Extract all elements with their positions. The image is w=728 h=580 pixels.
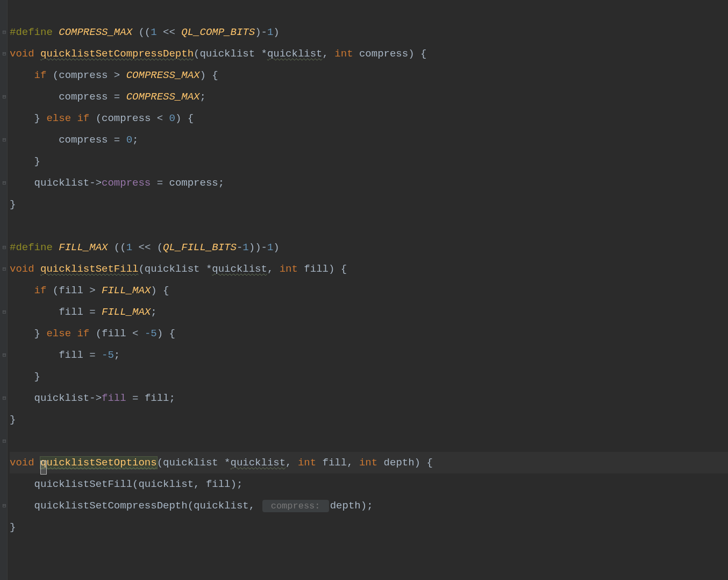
- code-line[interactable]: if (fill > FILL_MAX) {: [10, 280, 728, 301]
- whitespace: [34, 48, 40, 60]
- fold-marker-icon[interactable]: ⊟: [2, 395, 7, 401]
- fold-marker-icon[interactable]: ⊟: [2, 51, 7, 56]
- code-line[interactable]: void quicklistSetFill(quicklist *quickli…: [10, 258, 728, 280]
- code-line[interactable]: if (compress > COMPRESS_MAX) {: [10, 65, 728, 86]
- fold-marker-icon[interactable]: ⊟: [2, 137, 7, 143]
- macro-name: FILL_MAX: [59, 242, 108, 253]
- code-line[interactable]: compress = 0;: [10, 129, 728, 151]
- code-text: ) {: [408, 48, 426, 60]
- variable: quicklist: [34, 392, 90, 404]
- code-line[interactable]: compress = COMPRESS_MAX;: [10, 86, 728, 108]
- keyword: else: [46, 112, 71, 124]
- whitespace: [53, 26, 59, 38]
- brace: }: [34, 328, 40, 339]
- code-line[interactable]: fill = FILL_MAX;: [10, 301, 728, 323]
- brace: }: [34, 112, 40, 124]
- code-text: (: [157, 457, 163, 469]
- function-name: quicklistSetFill: [40, 263, 138, 275]
- brace: }: [10, 414, 16, 426]
- indent: [10, 306, 59, 318]
- indent: [10, 155, 34, 167]
- indent: [10, 500, 34, 512]
- whitespace: [71, 328, 77, 339]
- fold-marker-icon[interactable]: ⊟: [2, 180, 7, 186]
- variable: compress: [59, 91, 108, 103]
- code-text: ): [273, 242, 279, 253]
- keyword: void: [10, 48, 34, 60]
- code-line[interactable]: } else if (compress < 0) {: [10, 108, 728, 129]
- code-line[interactable]: #define COMPRESS_MAX ((1 << QL_COMP_BITS…: [10, 22, 728, 43]
- comma: ,: [249, 500, 261, 512]
- code-line[interactable]: }: [10, 151, 728, 172]
- number-literal: 1: [151, 26, 156, 38]
- indent: [10, 371, 34, 383]
- code-text: ) {: [157, 328, 175, 339]
- variable: fill: [145, 392, 169, 404]
- fold-marker-icon[interactable]: ⊟: [2, 352, 7, 358]
- code-line[interactable]: }: [10, 517, 728, 538]
- indent: [10, 177, 34, 189]
- code-line-blank[interactable]: [10, 430, 728, 452]
- fold-marker-icon[interactable]: ⊟: [2, 94, 7, 100]
- variable: compress: [102, 112, 151, 124]
- function-name: quicklistSetCompressDepth: [40, 48, 194, 60]
- variable: fill: [59, 306, 83, 318]
- param-name: fill: [304, 263, 329, 275]
- operator: <: [151, 112, 169, 124]
- fold-marker-icon[interactable]: ⊟: [2, 245, 7, 250]
- macro-ref: FILL_MAX: [102, 285, 151, 296]
- fold-marker-icon[interactable]: ⊟: [2, 438, 7, 444]
- param-name: quicklist: [230, 457, 286, 469]
- code-line[interactable]: fill = -5;: [10, 344, 728, 366]
- brace: }: [10, 521, 16, 533]
- code-line[interactable]: quicklistSetFill(quicklist, fill);: [10, 473, 728, 495]
- fold-marker-icon[interactable]: ⊟: [2, 309, 7, 315]
- brace: }: [34, 371, 40, 383]
- operator: =: [83, 349, 102, 361]
- fold-marker-icon[interactable]: ⊟: [2, 30, 7, 35]
- code-line[interactable]: void quicklistSetCompressDepth(quicklist…: [10, 43, 728, 65]
- code-line[interactable]: #define FILL_MAX ((1 << (QL_FILL_BITS-1)…: [10, 237, 728, 258]
- code-line-current[interactable]: void quicklistSetOptions(quicklist *quic…: [10, 452, 728, 473]
- code-line[interactable]: }: [10, 366, 728, 387]
- argument: quicklist: [138, 478, 194, 490]
- macro-ref: COMPRESS_MAX: [126, 69, 200, 81]
- code-line[interactable]: quicklist->compress = compress;: [10, 172, 728, 194]
- whitespace: [108, 242, 113, 253]
- semicolon: ;: [151, 306, 156, 318]
- whitespace: [353, 48, 359, 60]
- preprocessor-keyword: #define: [10, 26, 53, 38]
- semicolon: ;: [114, 349, 120, 361]
- number-literal: 0: [169, 112, 175, 124]
- editor-gutter: ⊟ ⊟ ⊟ ⊟ ⊟ ⊟ ⊟ ⊟ ⊟ ⊟ ⊟ ⊟: [0, 0, 8, 580]
- whitespace: [298, 263, 304, 275]
- code-text: ) {: [415, 457, 433, 469]
- param-name: compress: [359, 48, 408, 60]
- number-literal: 1: [242, 242, 248, 253]
- indent: [10, 134, 59, 146]
- keyword: if: [77, 112, 89, 124]
- code-line[interactable]: quicklistSetCompressDepth(quicklist, com…: [10, 495, 728, 517]
- code-line[interactable]: }: [10, 194, 728, 215]
- whitespace: [34, 457, 40, 469]
- keyword: int: [334, 48, 353, 60]
- variable: fill: [102, 328, 126, 339]
- param-name: quicklist: [267, 48, 323, 60]
- paren: );: [361, 500, 373, 512]
- number-literal: 1: [267, 26, 273, 38]
- code-text: ) {: [175, 112, 194, 124]
- code-line-blank[interactable]: [10, 215, 728, 237]
- code-line[interactable]: } else if (fill < -5) {: [10, 323, 728, 344]
- code-editor[interactable]: #define COMPRESS_MAX ((1 << QL_COMP_BITS…: [10, 0, 728, 560]
- whitespace: [71, 112, 77, 124]
- code-text: <<: [157, 26, 182, 38]
- code-line[interactable]: }: [10, 409, 728, 430]
- whitespace: [40, 328, 46, 339]
- code-line[interactable]: quicklist->fill = fill;: [10, 387, 728, 409]
- indent: [10, 349, 59, 361]
- fold-marker-icon[interactable]: ⊟: [2, 266, 7, 272]
- whitespace: [40, 112, 46, 124]
- keyword: if: [77, 328, 89, 339]
- comma: ,: [286, 457, 298, 469]
- fold-marker-icon[interactable]: ⊟: [2, 503, 7, 508]
